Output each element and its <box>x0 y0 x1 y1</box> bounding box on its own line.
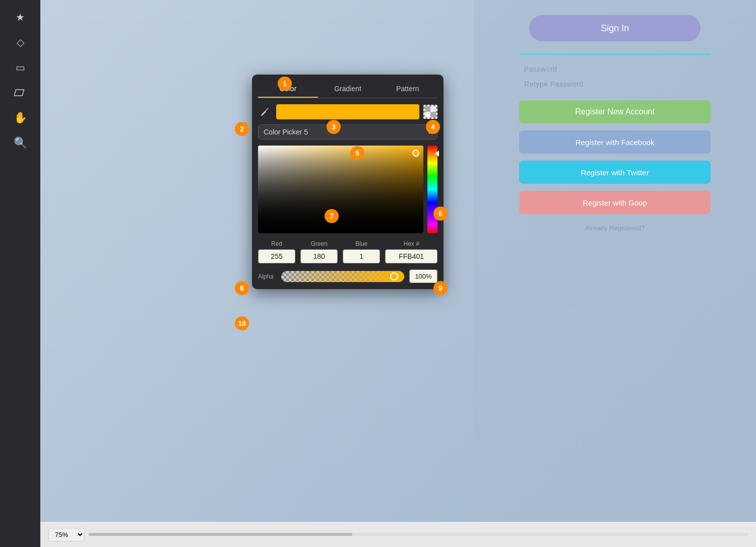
red-input[interactable] <box>258 249 295 263</box>
picker-type-select[interactable]: Color Picker 5 ▼ <box>258 124 437 140</box>
alpha-label: Alpha <box>258 273 276 280</box>
retype-password-label: Retype Password <box>524 80 583 88</box>
blue-col: Blue <box>343 240 380 263</box>
zoom-select[interactable]: 75% 25% 50% 100% 150% 200% <box>48 528 85 541</box>
green-input[interactable] <box>300 249 338 263</box>
gradient-area <box>258 146 437 233</box>
rectangle-tool[interactable]: ▭ <box>8 55 32 80</box>
alpha-handle[interactable] <box>390 272 398 281</box>
hex-input[interactable] <box>385 249 437 263</box>
hex-col: Hex # <box>385 240 437 263</box>
hue-handle[interactable] <box>435 151 439 157</box>
svg-rect-5 <box>425 112 430 117</box>
parallelogram-tool[interactable] <box>8 81 32 105</box>
sign-in-button[interactable]: Sign In <box>529 15 701 41</box>
svg-rect-2 <box>425 106 430 112</box>
svg-point-1 <box>262 114 263 115</box>
svg-marker-0 <box>14 90 24 96</box>
register-goop-button[interactable]: Register with Goop <box>519 191 711 214</box>
divider-line <box>519 53 711 55</box>
picker-type-row: Color Picker 5 ▼ <box>258 124 437 140</box>
hue-strip[interactable] <box>427 146 437 233</box>
hex-label: Hex # <box>403 240 419 247</box>
svg-rect-3 <box>430 112 436 117</box>
bottom-bar: 75% 25% 50% 100% 150% 200% <box>40 522 756 547</box>
star-tool[interactable]: ★ <box>8 5 32 29</box>
alpha-row: Alpha <box>258 269 437 283</box>
registration-panel: Sign In Password Retype Password Registe… <box>474 0 756 547</box>
alpha-slider[interactable] <box>281 271 404 282</box>
register-facebook-button[interactable]: Register with Facebook <box>519 130 711 154</box>
hand-tool[interactable]: ✋ <box>8 106 32 130</box>
green-col: Green <box>300 240 338 263</box>
blue-label: Blue <box>355 240 367 247</box>
color-picker-tabs: Color Gradient Pattern <box>258 81 437 98</box>
checkerboard-button[interactable] <box>423 105 437 119</box>
tab-gradient[interactable]: Gradient <box>318 81 378 98</box>
gradient-handle[interactable] <box>412 150 419 157</box>
already-registered-label: Already Registered? <box>585 224 645 232</box>
red-col: Red <box>258 240 295 263</box>
register-twitter-button[interactable]: Register with Twitter <box>519 161 711 184</box>
dropdown-arrow-icon: ▼ <box>427 129 432 135</box>
tab-color[interactable]: Color <box>258 81 318 98</box>
toolbar: ★ ◇ ▭ ✋ 🔍 <box>0 0 40 547</box>
red-label: Red <box>271 240 282 247</box>
rgb-inputs-row: Red Green Blue Hex # <box>258 240 437 263</box>
blue-input[interactable] <box>343 249 380 263</box>
password-label: Password <box>524 65 557 73</box>
scroll-bar[interactable] <box>89 533 748 536</box>
diamond-tool[interactable]: ◇ <box>8 30 32 54</box>
green-label: Green <box>310 240 327 247</box>
alpha-value-input[interactable] <box>409 269 437 283</box>
color-picker-panel: Color Gradient Pattern Co <box>252 75 444 289</box>
tab-pattern[interactable]: Pattern <box>377 81 437 98</box>
color-preview-bar <box>276 104 419 119</box>
color-preview-row <box>258 104 437 119</box>
register-new-button[interactable]: Register New Account <box>519 100 711 123</box>
gradient-canvas[interactable] <box>258 146 423 233</box>
zoom-tool[interactable]: 🔍 <box>8 131 32 155</box>
eyedropper-button[interactable] <box>258 105 272 119</box>
svg-rect-4 <box>430 106 436 112</box>
alpha-fill <box>281 271 404 282</box>
